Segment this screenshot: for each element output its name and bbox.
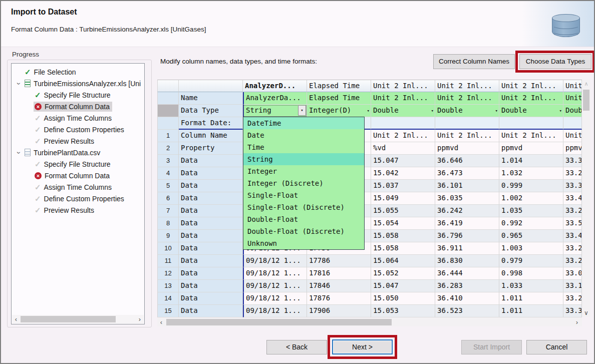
tree-item[interactable]: ×Format Column Data bbox=[12, 101, 144, 112]
datatype-combo[interactable]: Doubl bbox=[563, 105, 582, 117]
data-cell: 15.047 bbox=[371, 280, 435, 292]
data-cell: 09/18/12 1... bbox=[243, 305, 307, 317]
dropdown-item[interactable]: Double-Float bbox=[243, 213, 364, 225]
table-row: 4Data15.04236.4731.03233.28 bbox=[157, 167, 582, 180]
dropdown-item[interactable]: Single-Float bbox=[243, 189, 364, 201]
tree-item[interactable]: ✓Assign Time Columns bbox=[12, 112, 144, 124]
tree-item[interactable]: ✓Specify File Structure bbox=[12, 89, 144, 101]
dropdown-arrow-icon[interactable]: ▾ bbox=[495, 105, 498, 117]
row-header-cell bbox=[157, 117, 179, 130]
table-row: 10Data09/18/12 1...1775615.05836.9111.00… bbox=[157, 242, 582, 255]
name-cell[interactable]: Unit 2 Inl... bbox=[371, 92, 435, 105]
scroll-right-icon[interactable]: › bbox=[573, 318, 581, 326]
name-cell[interactable]: Unit 2 Inl... bbox=[499, 92, 563, 105]
tree-item-label: Preview Results bbox=[44, 137, 94, 145]
tree-item-label: Specify File Structure bbox=[44, 91, 111, 99]
tree-item-label: Format Column Data bbox=[45, 172, 110, 180]
dropdown-item[interactable]: Time bbox=[243, 141, 364, 153]
tree-horizontal-scrollbar[interactable]: ‹ › bbox=[12, 315, 144, 323]
data-cell: 36.444 bbox=[435, 267, 499, 280]
start-import-button[interactable]: Start Import bbox=[461, 340, 522, 354]
tree-item[interactable]: ›TurbineEmissionsAnalyzer.xls [Uni bbox=[12, 78, 144, 89]
row-label: Data bbox=[179, 192, 243, 205]
scroll-up-icon[interactable]: ∧ bbox=[582, 80, 590, 88]
data-cell: 0.999 bbox=[499, 180, 563, 192]
scroll-left-icon[interactable]: ‹ bbox=[157, 318, 165, 326]
dropdown-item[interactable]: Single-Float (Discrete) bbox=[243, 201, 364, 213]
hscrollbar-thumb[interactable] bbox=[166, 319, 392, 325]
data-cell: 36.035 bbox=[435, 192, 499, 205]
column-header[interactable]: Unit bbox=[563, 80, 582, 92]
dropdown-item[interactable]: DateTime bbox=[243, 117, 364, 129]
tree-item[interactable]: ✓Define Custom Properties bbox=[12, 124, 144, 135]
vscrollbar-thumb[interactable] bbox=[583, 90, 589, 111]
datatype-combo[interactable]: Double▾ bbox=[499, 105, 563, 117]
table-vertical-scrollbar[interactable]: ∧ ∨ bbox=[582, 80, 590, 317]
choose-data-types-button[interactable]: Choose Data Types bbox=[519, 54, 591, 69]
tree-item[interactable]: ✓Assign Time Columns bbox=[12, 181, 144, 193]
data-cell: ppmvd bbox=[563, 142, 582, 155]
scroll-down-icon[interactable]: ∨ bbox=[582, 309, 590, 317]
data-cell: 33.45 bbox=[563, 192, 582, 205]
column-header[interactable]: Elapsed Time bbox=[307, 80, 371, 92]
datatype-combo[interactable]: String▾ bbox=[243, 105, 307, 117]
check-gray-icon: ✓ bbox=[35, 160, 41, 168]
column-header[interactable]: Unit 2 Inl... bbox=[499, 80, 563, 92]
scroll-right-icon[interactable]: › bbox=[136, 315, 144, 323]
tree-item-label: Define Custom Properties bbox=[44, 195, 124, 203]
datatype-combo[interactable]: Double▾ bbox=[435, 105, 499, 117]
page-subtitle: Format Column Data : TurbineEmissionsAna… bbox=[11, 26, 206, 33]
name-cell[interactable]: Unit 2 Inl... bbox=[435, 92, 499, 105]
dropdown-item[interactable]: Double-Float (Discrete) bbox=[243, 225, 364, 237]
dropdown-arrow-icon[interactable]: ▾ bbox=[559, 105, 562, 117]
tree-item[interactable]: ✓File Selection bbox=[12, 66, 144, 78]
cancel-button[interactable]: Cancel bbox=[526, 340, 587, 354]
name-cell[interactable]: Unit bbox=[563, 92, 582, 105]
column-header[interactable]: Unit 2 Inl... bbox=[435, 80, 499, 92]
table-row: AnalyzerD...Elapsed TimeUnit 2 Inl...Uni… bbox=[157, 80, 582, 92]
dropdown-item[interactable]: Date bbox=[243, 129, 364, 141]
table-row: 7Data15.05536.2421.03533.25 bbox=[157, 205, 582, 217]
column-header[interactable]: Unit 2 Inl... bbox=[371, 80, 435, 92]
name-cell[interactable]: Elapsed Time bbox=[307, 92, 371, 105]
tree-item[interactable]: ✓Specify File Structure bbox=[12, 158, 144, 170]
dropdown-arrow-icon[interactable]: ▾ bbox=[431, 105, 434, 117]
tree-item[interactable]: ›TurbinePlantData.csv bbox=[12, 147, 144, 158]
check-gray-icon: ✓ bbox=[35, 195, 41, 202]
dropdown-item[interactable]: Integer (Discrete) bbox=[243, 177, 364, 189]
back-button[interactable]: < Back bbox=[266, 340, 327, 354]
next-button[interactable]: Next > bbox=[332, 339, 393, 354]
tree-item[interactable]: ✓Preview Results bbox=[12, 204, 144, 216]
chevron-down-icon[interactable]: › bbox=[15, 149, 23, 156]
scroll-left-icon[interactable]: ‹ bbox=[12, 315, 20, 323]
data-cell: 36.410 bbox=[435, 292, 499, 305]
check-gray-icon: ✓ bbox=[35, 137, 41, 145]
dropdown-item[interactable]: Integer bbox=[243, 165, 364, 177]
tree-scrollbar-thumb[interactable] bbox=[21, 316, 116, 322]
dropdown-arrow-icon[interactable]: ▾ bbox=[298, 105, 306, 116]
datatype-combo[interactable]: Integer(D)▾ bbox=[307, 105, 371, 117]
format-cell bbox=[499, 117, 563, 130]
dropdown-item[interactable]: String bbox=[243, 153, 364, 165]
chevron-down-icon[interactable]: › bbox=[15, 80, 23, 87]
tree-item[interactable]: ×Format Column Data bbox=[12, 170, 144, 181]
datatype-combo[interactable]: Double▾ bbox=[371, 105, 435, 117]
name-cell[interactable]: AnalyzerDa... bbox=[243, 92, 307, 105]
data-cell: 33.29 bbox=[563, 292, 582, 305]
row-header-cell bbox=[157, 92, 179, 105]
dropdown-item[interactable]: Unknown bbox=[243, 237, 364, 249]
dropdown-arrow-icon[interactable]: ▾ bbox=[367, 105, 370, 117]
tree-item-label: TurbinePlantData.csv bbox=[34, 149, 100, 157]
table-horizontal-scrollbar[interactable]: ‹ › bbox=[157, 318, 582, 326]
data-cell: 1.032 bbox=[499, 167, 563, 180]
tree-item-label: Preview Results bbox=[44, 206, 94, 214]
data-cell: 36.830 bbox=[435, 255, 499, 267]
dialog-header: Import to Dataset Format Column Data : T… bbox=[1, 1, 594, 47]
tree-item[interactable]: ✓Define Custom Properties bbox=[12, 193, 144, 204]
correct-column-names-button[interactable]: Correct Column Names bbox=[433, 54, 515, 69]
excel-icon bbox=[25, 80, 31, 87]
row-number: 15 bbox=[157, 305, 179, 317]
tree-item[interactable]: ✓Preview Results bbox=[12, 135, 144, 147]
row-number: 5 bbox=[157, 180, 179, 192]
column-header[interactable]: AnalyzerD... bbox=[243, 80, 307, 92]
